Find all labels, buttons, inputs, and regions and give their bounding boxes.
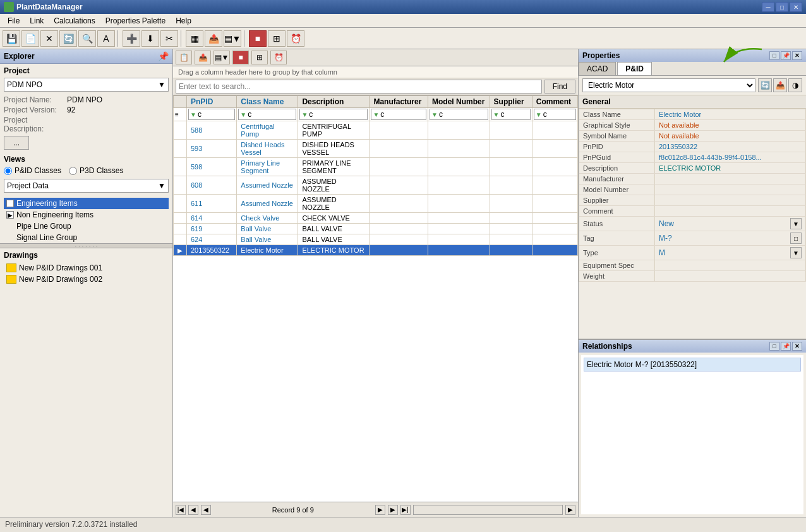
tree-item-pipe-line[interactable]: Pipe Line Group [14, 221, 169, 232]
col-header-classname[interactable]: Class Name [237, 96, 298, 108]
filter-comment[interactable]: ▼ c [532, 108, 577, 121]
tree-item-engineering[interactable]: ▶ Engineering Items [4, 198, 169, 209]
drawing-item-2[interactable]: New P&ID Drawings 002 [4, 274, 169, 285]
menu-calculations[interactable]: Calculations [49, 15, 100, 27]
next-btn1[interactable]: ▶ [375, 505, 385, 515]
col-header-model[interactable]: Model Number [428, 96, 490, 108]
table-row[interactable]: 614 Check Valve CHECK VALVE [174, 213, 578, 224]
prop-close-btn[interactable]: ✕ [792, 51, 802, 60]
table-row[interactable]: 611 Assumed Nozzle ASSUMED NOZZLE [174, 195, 578, 213]
prev-page-btn[interactable]: ◀ [188, 505, 198, 515]
table-row[interactable]: 608 Assumed Nozzle ASSUMED NOZZLE [174, 176, 578, 195]
menu-properties-palette[interactable]: Properties Palette [100, 15, 171, 27]
report-button[interactable]: ■ [249, 30, 267, 47]
menu-help[interactable]: Help [171, 15, 196, 27]
col-header-pnpid[interactable]: PnPID [187, 96, 237, 108]
tree-item-non-engineering[interactable]: ▶ Non Engineering Items [4, 209, 169, 221]
filter-model[interactable]: ▼ c [428, 108, 490, 121]
grid-copy-btn[interactable]: 📋 [176, 51, 192, 64]
grid-export-btn[interactable]: 📤 [195, 51, 211, 64]
horizontal-scrollbar[interactable] [413, 505, 563, 515]
grid-button[interactable]: ▦ [186, 30, 203, 47]
grid-compare-btn[interactable]: ⊞ [251, 51, 268, 64]
prop-restore-btn[interactable]: □ [769, 51, 779, 60]
col-header-desc[interactable]: Description [298, 96, 370, 108]
first-page-btn[interactable]: |◀ [176, 505, 186, 515]
col-header-comment[interactable]: Comment [532, 96, 577, 108]
table-row[interactable]: 588 Centrifugal Pump CENTRIFUGAL PUMP [174, 121, 578, 140]
tree-toggle-engineering[interactable]: ▶ [6, 200, 14, 207]
prop-name: Manufacturer [579, 174, 655, 184]
filter-supplier[interactable]: ▼ c [490, 108, 532, 121]
minimize-button[interactable]: ─ [762, 2, 774, 12]
data-type-dropdown[interactable]: Project Data ▼ [4, 179, 169, 193]
grid-red-btn[interactable]: ■ [232, 51, 249, 64]
table-row[interactable]: 624 Ball Valve BALL VALVE [174, 234, 578, 245]
clock-button[interactable]: ⏰ [287, 30, 304, 47]
new-button[interactable]: 📄 [21, 30, 39, 47]
p3d-classes-radio[interactable]: P3D Classes [69, 166, 123, 175]
filter-desc[interactable]: ▼ c [298, 108, 370, 121]
close-button[interactable]: ✕ [790, 2, 802, 12]
scissors-button[interactable]: ✂ [160, 30, 178, 47]
prop-dropdown-icon[interactable]: ▼ [790, 247, 802, 258]
prop-toggle-btn[interactable]: ◑ [788, 78, 802, 92]
maximize-button[interactable]: □ [776, 2, 788, 12]
tab-pid[interactable]: P&ID [617, 62, 652, 75]
rel-restore-btn[interactable]: □ [769, 342, 779, 351]
add-button[interactable]: ➕ [123, 30, 140, 47]
pin-icon[interactable]: 📌 [158, 51, 169, 61]
menu-file[interactable]: File [3, 15, 25, 27]
grid-view-btn[interactable]: ▤▼ [214, 51, 230, 64]
table-row[interactable]: 593 Dished Heads Vessel DISHED HEADS VES… [174, 140, 578, 158]
table-row[interactable]: 619 Ball Valve BALL VALVE [174, 224, 578, 234]
filter-mfr[interactable]: ▼ c [370, 108, 428, 121]
import-button[interactable]: ⬇ [141, 30, 159, 47]
properties-scroll[interactable]: Class Name Electric Motor Graphical Styl… [579, 109, 806, 339]
save-button[interactable]: 💾 [3, 30, 20, 47]
cell-comment [532, 158, 577, 176]
project-dropdown[interactable]: PDM NPO ▼ [4, 78, 169, 92]
filter-classname[interactable]: ▼ c [237, 108, 298, 121]
search-input[interactable] [176, 80, 542, 94]
prop-dropdown-icon[interactable]: ▼ [790, 218, 802, 229]
class-dropdown[interactable]: Electric Motor [582, 78, 755, 92]
font-button[interactable]: A [97, 30, 115, 47]
data-grid[interactable]: PnPID Class Name Description Manufacture… [173, 95, 578, 502]
cell-classname: Electric Motor [237, 245, 298, 256]
menu-link[interactable]: Link [25, 15, 49, 27]
filter-pnpid[interactable]: ▼ c [187, 108, 237, 121]
grid-clock-btn[interactable]: ⏰ [270, 51, 287, 64]
table-row[interactable]: 598 Primary Line Segment PRIMARY LINE SE… [174, 158, 578, 176]
rel-pin-btn[interactable]: 📌 [781, 342, 791, 351]
tree-item-signal-line[interactable]: Signal Line Group [14, 232, 169, 243]
last-page-btn[interactable]: ▶| [400, 505, 411, 515]
prop-action-icon[interactable]: □ [790, 233, 802, 244]
more-button[interactable]: ... [4, 136, 29, 150]
pid-classes-radio[interactable]: P&ID Classes [4, 166, 61, 175]
property-row: Comment [579, 206, 806, 217]
next-page-btn[interactable]: ▶ [388, 505, 398, 515]
table-row[interactable]: ▶ 2013550322 Electric Motor ELECTRIC MOT… [174, 245, 578, 256]
view-dropdown-button[interactable]: ▤▼ [224, 30, 241, 47]
find-button[interactable]: Find [544, 80, 575, 94]
prev-btn2[interactable]: ◀ [201, 505, 211, 515]
resize-handle[interactable]: · · · · · · · [0, 243, 172, 248]
rel-close-btn[interactable]: ✕ [792, 342, 802, 351]
search-button[interactable]: 🔍 [78, 30, 96, 47]
scroll-right-btn[interactable]: ▶ [565, 505, 575, 515]
prop-export-btn[interactable]: 📤 [773, 78, 787, 92]
prop-pin-btn[interactable]: 📌 [781, 51, 791, 60]
compare-button[interactable]: ⊞ [268, 30, 286, 47]
export-button[interactable]: 📤 [205, 30, 222, 47]
tree-toggle-non-engineering[interactable]: ▶ [6, 211, 14, 219]
tab-acad[interactable]: ACAD [579, 62, 616, 75]
col-header-supplier[interactable]: Supplier [490, 96, 532, 108]
cell-mfr [370, 176, 428, 195]
col-header-mfr[interactable]: Manufacturer [370, 96, 428, 108]
props-body: Class Name Electric Motor Graphical Styl… [579, 109, 806, 282]
refresh-button[interactable]: 🔄 [59, 30, 77, 47]
drawing-item-1[interactable]: New P&ID Drawings 001 [4, 262, 169, 274]
prop-refresh-btn[interactable]: 🔄 [758, 78, 772, 92]
delete-button[interactable]: ✕ [40, 30, 58, 47]
